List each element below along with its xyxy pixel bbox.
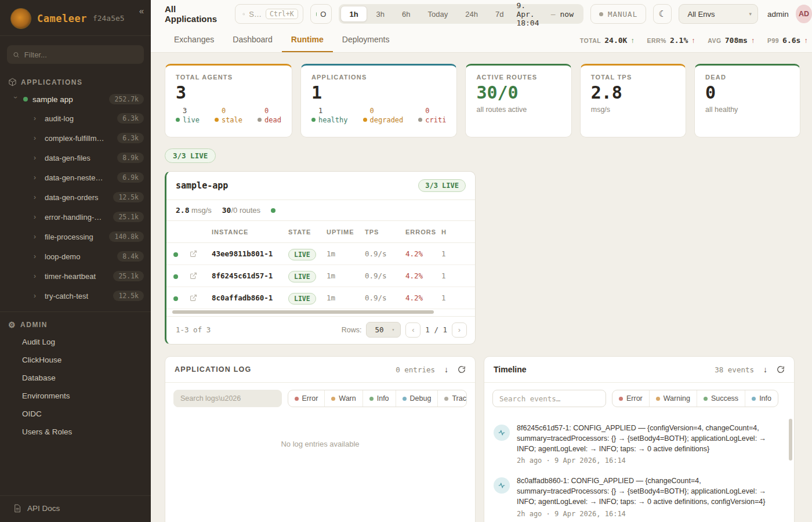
sidebar-item-route[interactable]: ›loop-demo8.4k (0, 246, 151, 266)
time-range-today[interactable]: Today (420, 6, 456, 22)
timeline-event[interactable]: 8c0affadb860-1: CONFIG_APPLIED — {change… (492, 470, 786, 522)
horizontal-scrollbar[interactable] (172, 310, 469, 315)
uptime-value: 1m (327, 293, 365, 302)
refresh-icon[interactable] (777, 365, 785, 374)
route-label: audit-log (45, 114, 74, 123)
live-status-badge: 3/3 LIVE (418, 179, 466, 192)
manual-mode-label: MANUAL (608, 10, 637, 19)
refresh-mode-manual-button[interactable]: MANUAL (590, 4, 646, 24)
sidebar-item-clickhouse[interactable]: ClickHouse (0, 351, 151, 369)
avatar[interactable]: AD (796, 5, 812, 23)
sidebar-filter-input[interactable] (24, 50, 138, 59)
pagination-range: 1-3 of 3 (176, 325, 211, 334)
external-link-icon[interactable] (190, 272, 197, 280)
user-name: admin (767, 10, 789, 19)
card-label: TOTAL AGENTS (176, 74, 281, 81)
timeline-title: Timeline (494, 365, 527, 374)
gray-dot-icon (444, 397, 448, 401)
filter-chip-trace[interactable]: Trace (438, 390, 467, 407)
table-row[interactable]: 8f6245c61d57-1 LIVE 1m 0.9/s 4.2% 1 (166, 265, 475, 287)
date-range-display[interactable]: 9. Apr. 18:04 — now (513, 1, 582, 27)
tab-exchanges[interactable]: Exchanges (165, 28, 223, 52)
tab-dashboard[interactable]: Dashboard (223, 28, 282, 52)
time-range-24h[interactable]: 24h (457, 6, 486, 22)
red-dot-icon (619, 397, 623, 401)
tab-runtime[interactable]: Runtime (282, 28, 333, 52)
timeline-event[interactable]: 8f6245c61d57-1: CONFIG_APPLIED — {config… (492, 418, 786, 470)
prev-page-button[interactable]: ‹ (405, 322, 420, 338)
log-search-input[interactable] (173, 390, 282, 407)
log-panel-header: APPLICATION LOG 0 entries ↓ (165, 357, 475, 383)
errors-value: 4.2% (405, 293, 441, 302)
time-range-6h[interactable]: 6h (394, 6, 418, 22)
sidebar-item-route[interactable]: ›error-handling-…25.1k (0, 207, 151, 227)
green-dot-icon (704, 397, 708, 401)
filter-chip-info[interactable]: Info (363, 390, 396, 407)
main-area: All Applications S… Ctrl+K O 1h 3h 6h To… (151, 0, 812, 522)
tps-value: 0.9/s (365, 293, 405, 302)
refresh-icon[interactable] (458, 365, 466, 374)
download-icon[interactable]: ↓ (763, 365, 767, 374)
sidebar-item-audit-log[interactable]: Audit Log (0, 333, 151, 351)
sidebar-item-users-roles[interactable]: Users & Roles (0, 423, 151, 441)
h-value: 1 (441, 271, 459, 280)
timeline-search-input[interactable] (492, 390, 606, 407)
arrow-up-icon: ↑ (751, 37, 755, 45)
route-label: timer-heartbeat (45, 272, 96, 281)
time-range-7d[interactable]: 7d (487, 6, 512, 22)
timeline-scrollbar[interactable] (789, 419, 792, 461)
arrow-up-icon: ↑ (804, 37, 807, 45)
table-row[interactable]: 43ee9811b801-1 LIVE 1m 0.9/s 4.2% 1 (166, 243, 475, 265)
bottom-panels: APPLICATION LOG 0 entries ↓ Error Warn I… (165, 356, 800, 522)
uptime-value: 1m (327, 271, 365, 280)
sidebar-item-database[interactable]: Database (0, 369, 151, 387)
sidebar-item-route[interactable]: ›data-gen-orders12.5k (0, 187, 151, 207)
sidebar-item-route[interactable]: ›timer-heartbeat25.1k (0, 266, 151, 286)
app-card-title[interactable]: sample-app (176, 180, 228, 191)
live-status-badge[interactable]: 3/3 LIVE (165, 148, 216, 163)
download-icon[interactable]: ↓ (444, 365, 448, 374)
external-link-icon[interactable] (190, 294, 197, 302)
sidebar-item-environments[interactable]: Environments (0, 387, 151, 405)
table-row[interactable]: 8c0affadb860-1 LIVE 1m 0.9/s 4.2% 1 (166, 287, 475, 309)
filter-chip-error[interactable]: Error (612, 390, 650, 407)
sidebar-item-route[interactable]: ›try-catch-test12.5k (0, 286, 151, 306)
tab-deployments[interactable]: Deployments (333, 28, 399, 52)
stat-card-total-tps: TOTAL TPS 2.8 msg/s (580, 64, 686, 137)
sidebar-item-route[interactable]: ›data-gen-neste…6.9k (0, 168, 151, 187)
chevron-right-icon: › (34, 114, 39, 122)
card-label: DEAD (705, 74, 789, 81)
next-page-button[interactable]: › (452, 322, 467, 338)
external-link-icon[interactable] (190, 250, 197, 258)
sidebar-item-route[interactable]: ›complex-fulfillm…6.3k (0, 128, 151, 148)
rows-per-page-select[interactable]: 50 ▾ (366, 322, 401, 338)
global-search-button[interactable]: S… Ctrl+K (235, 4, 303, 24)
sidebar-item-route[interactable]: ›file-processing140.8k (0, 227, 151, 246)
stat-card-active-routes: ACTIVE ROUTES 30/0 all routes active (465, 64, 571, 137)
time-range-3h[interactable]: 3h (368, 6, 393, 22)
instances-table: INSTANCE STATE UPTIME TPS ERRORS H 43ee9… (166, 221, 475, 315)
filter-chip-info[interactable]: Info (745, 390, 778, 407)
online-status-pill[interactable]: O (310, 4, 332, 24)
sidebar-filter[interactable] (7, 45, 144, 64)
environment-select[interactable]: All Envs ▾ (679, 4, 758, 24)
sidebar-collapse-button[interactable]: « (139, 6, 144, 16)
chevron-down-icon: ▾ (392, 327, 395, 332)
sidebar-item-route[interactable]: ›data-gen-files8.9k (0, 148, 151, 168)
sidebar-item-sample-app[interactable]: › sample app 252.7k (0, 90, 151, 108)
dark-mode-toggle[interactable]: ☾ (653, 4, 672, 24)
sidebar-item-route[interactable]: ›audit-log6.3k (0, 108, 151, 128)
search-placeholder-label: S… (249, 10, 262, 19)
card-value: 2.8 (591, 83, 675, 102)
substat-critical: 0criti (418, 107, 446, 125)
time-range-1h[interactable]: 1h (340, 6, 367, 22)
tps-value: 0.9/s (365, 249, 405, 258)
filter-chip-warning[interactable]: Warning (650, 390, 697, 407)
filter-chip-warn[interactable]: Warn (325, 390, 362, 407)
filter-chip-success[interactable]: Success (697, 390, 745, 407)
sidebar-item-oidc[interactable]: OIDC (0, 405, 151, 423)
filter-chip-error[interactable]: Error (288, 390, 325, 407)
api-docs-link[interactable]: API Docs (0, 495, 151, 522)
filter-chip-debug[interactable]: Debug (396, 390, 438, 407)
card-sublabel: all healthy (705, 106, 789, 114)
